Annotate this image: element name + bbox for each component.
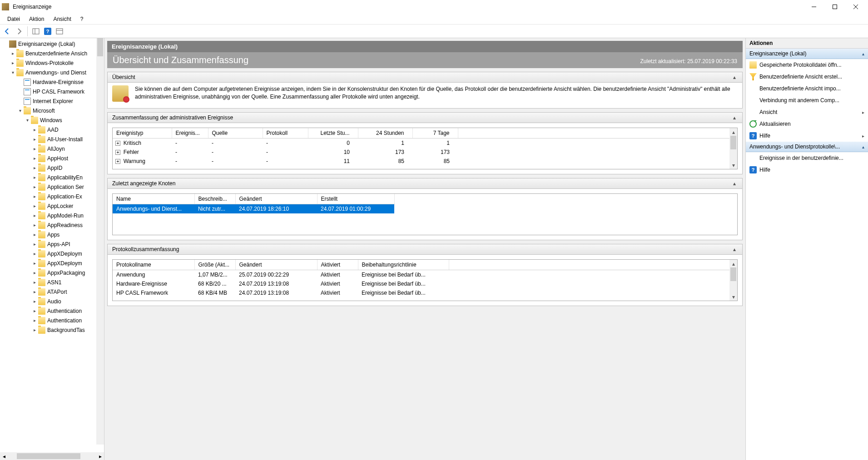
- close-button[interactable]: [845, 0, 866, 14]
- expand-box-icon[interactable]: +: [115, 150, 120, 155]
- collapse-icon[interactable]: ▴: [731, 74, 738, 80]
- col-log[interactable]: Protokoll: [263, 128, 308, 138]
- expand-icon[interactable]: ▸: [31, 146, 38, 151]
- tree-vertical-scrollbar[interactable]: [96, 38, 104, 445]
- col-changed[interactable]: Geändert: [235, 194, 317, 204]
- table-row[interactable]: Anwendungs- und Dienst... Nicht zutr... …: [113, 204, 394, 214]
- table-row[interactable]: HP CASL Framework68 KB/4 MB24.07.2019 13…: [113, 288, 737, 297]
- expand-icon[interactable]: ▸: [9, 60, 16, 65]
- col-24h[interactable]: 24 Stunden: [358, 128, 412, 138]
- tree-hardware-events[interactable]: Hardware-Ereignisse: [0, 77, 104, 87]
- col-size[interactable]: Größe (Akt...: [194, 260, 235, 270]
- table-row[interactable]: Hardware-Ereignisse68 KB/20 ...24.07.201…: [113, 279, 737, 288]
- menu-view[interactable]: Ansicht: [49, 15, 75, 24]
- expand-icon[interactable]: ▸: [31, 127, 38, 132]
- expand-icon[interactable]: ▸: [31, 175, 38, 180]
- collapse-icon[interactable]: ▴: [731, 246, 738, 252]
- tree-item-aad[interactable]: ▸AAD: [0, 125, 104, 134]
- tree-root[interactable]: Ereignisanzeige (Lokal): [0, 39, 104, 49]
- expand-icon[interactable]: ▸: [31, 261, 38, 266]
- action-view[interactable]: Ansicht▸: [746, 106, 868, 118]
- tree-app-logs[interactable]: ▾Anwendungs- und Dienst: [0, 68, 104, 77]
- minimize-button[interactable]: [804, 0, 824, 14]
- action-open-saved[interactable]: Gespeicherte Protokolldatei öffn...: [746, 59, 868, 71]
- scrollbar-thumb[interactable]: [17, 453, 80, 459]
- scroll-right-button[interactable]: ▸: [96, 452, 104, 460]
- menu-help[interactable]: ?: [76, 15, 88, 24]
- table-row[interactable]: Anwendung1,07 MB/2...25.07.2019 00:22:29…: [113, 270, 737, 280]
- expand-icon[interactable]: ▸: [31, 203, 38, 208]
- table-row[interactable]: + Warnung---118585: [113, 157, 737, 166]
- tree-item-alljoyn[interactable]: ▸AllJoyn: [0, 144, 104, 153]
- expand-icon[interactable]: ▾: [24, 118, 31, 123]
- expand-icon[interactable]: ▸: [31, 184, 38, 189]
- menu-file[interactable]: Datei: [3, 15, 25, 24]
- summary-header[interactable]: Zusammenfassung der administrativen Erei…: [108, 113, 742, 123]
- tree-item-apphost[interactable]: ▸AppHost: [0, 153, 104, 163]
- tree-item-asn1[interactable]: ▸ASN1: [0, 277, 104, 287]
- back-button[interactable]: [2, 26, 13, 37]
- tree-item-apps[interactable]: ▸Apps: [0, 230, 104, 239]
- tree-view[interactable]: Ereignisanzeige (Lokal)▸Benutzerdefinier…: [0, 38, 104, 452]
- recent-header[interactable]: Zuletzt angezeigte Knoten ▴: [108, 178, 742, 189]
- tree-item-authentication[interactable]: ▸Authentication: [0, 306, 104, 316]
- actions-group-header[interactable]: Ereignisanzeige (Lokal) ▴: [746, 49, 868, 59]
- collapse-icon[interactable]: ▴: [731, 114, 738, 121]
- tree-item-appmodel-run[interactable]: ▸AppModel-Run: [0, 211, 104, 220]
- tree-item-applicabilityen[interactable]: ▸ApplicabilityEn: [0, 173, 104, 182]
- tree-item-backgroundtas[interactable]: ▸BackgroundTas: [0, 325, 104, 335]
- forward-button[interactable]: [14, 26, 25, 37]
- expand-box-icon[interactable]: +: [115, 141, 120, 146]
- col-created[interactable]: Erstellt: [317, 194, 394, 204]
- tree-item-audio[interactable]: ▸Audio: [0, 297, 104, 306]
- logsum-table[interactable]: Protokollname Größe (Akt... Geändert Akt…: [113, 260, 737, 297]
- actions-group-header[interactable]: Anwendungs- und Dienstprotokolle\... ▴: [746, 142, 868, 152]
- action-help[interactable]: ?Hilfe: [746, 164, 868, 176]
- expand-icon[interactable]: ▸: [31, 318, 38, 323]
- col-enabled[interactable]: Aktiviert: [317, 260, 358, 270]
- tree-hp-casl[interactable]: HP CASL Framework: [0, 87, 104, 96]
- tree-item-appreadiness[interactable]: ▸AppReadiness: [0, 220, 104, 230]
- summary-scrollbar[interactable]: ▴▾: [729, 128, 737, 169]
- collapse-icon[interactable]: ▴: [862, 51, 864, 56]
- help-button[interactable]: ?: [42, 26, 53, 37]
- expand-icon[interactable]: ▸: [31, 165, 38, 170]
- expand-box-icon[interactable]: +: [115, 159, 120, 164]
- action-events-in[interactable]: Ereignisse in der benutzerdefinie...: [746, 152, 868, 164]
- expand-icon[interactable]: ▸: [31, 242, 38, 247]
- collapse-icon[interactable]: ▴: [862, 144, 864, 149]
- scroll-left-button[interactable]: ◂: [0, 452, 8, 460]
- expand-icon[interactable]: ▸: [31, 137, 38, 142]
- logsum-header[interactable]: Protokollzusammenfassung ▴: [108, 244, 742, 255]
- col-7d[interactable]: 7 Tage: [412, 128, 458, 138]
- expand-icon[interactable]: ▸: [31, 251, 38, 256]
- tree-item-ataport[interactable]: ▸ATAPort: [0, 287, 104, 297]
- expand-icon[interactable]: ▸: [9, 51, 16, 56]
- col-event-id[interactable]: Ereignis...: [172, 128, 208, 138]
- col-source[interactable]: Quelle: [208, 128, 263, 138]
- scrollbar-thumb[interactable]: [97, 38, 103, 56]
- expand-icon[interactable]: ▾: [16, 108, 24, 113]
- col-changed[interactable]: Geändert: [235, 260, 317, 270]
- col-event-type[interactable]: Ereignistyp: [113, 128, 172, 138]
- expand-icon[interactable]: ▸: [31, 270, 38, 275]
- tree-item-appxdeploym[interactable]: ▸AppXDeploym: [0, 258, 104, 268]
- tree-item-authentication[interactable]: ▸Authentication: [0, 316, 104, 325]
- overview-header[interactable]: Übersicht ▴: [108, 72, 742, 83]
- tree-internet-explorer[interactable]: Internet Explorer: [0, 96, 104, 106]
- action-create-view[interactable]: Benutzerdefinierte Ansicht erstel...: [746, 71, 868, 83]
- tree-horizontal-scrollbar[interactable]: ◂ ▸: [0, 452, 104, 460]
- summary-table[interactable]: Ereignistyp Ereignis... Quelle Protokoll…: [113, 128, 737, 166]
- tree-windows[interactable]: ▾Windows: [0, 115, 104, 125]
- tree-microsoft[interactable]: ▾Microsoft: [0, 106, 104, 115]
- table-row[interactable]: + Fehler---10173173: [113, 148, 737, 157]
- expand-icon[interactable]: ▾: [9, 70, 16, 75]
- tree-item-appid[interactable]: ▸AppID: [0, 163, 104, 173]
- col-name[interactable]: Name: [113, 194, 194, 204]
- menu-action[interactable]: Aktion: [25, 15, 49, 24]
- expand-icon[interactable]: ▸: [31, 299, 38, 304]
- expand-icon[interactable]: ▸: [31, 223, 38, 228]
- expand-icon[interactable]: ▸: [31, 232, 38, 237]
- recent-table[interactable]: Name Beschreib... Geändert Erstellt Anwe…: [113, 194, 395, 213]
- properties-button[interactable]: [54, 26, 65, 37]
